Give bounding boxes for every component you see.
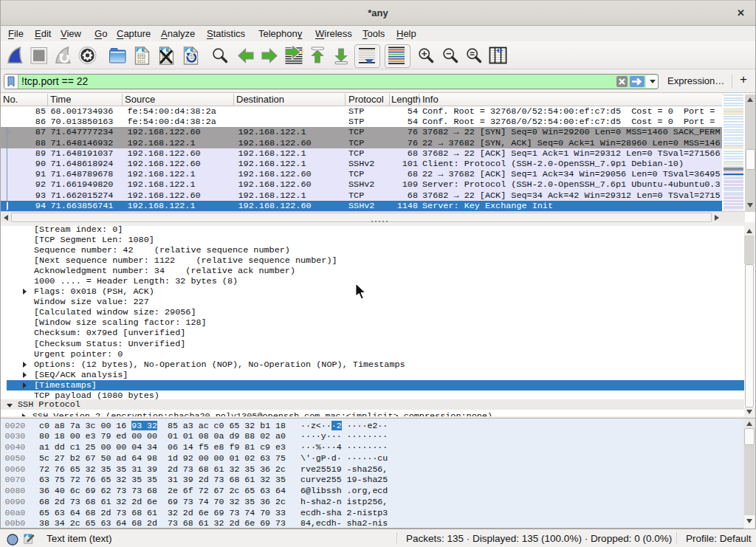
svg-text:0111: 0111 [137, 60, 145, 63]
